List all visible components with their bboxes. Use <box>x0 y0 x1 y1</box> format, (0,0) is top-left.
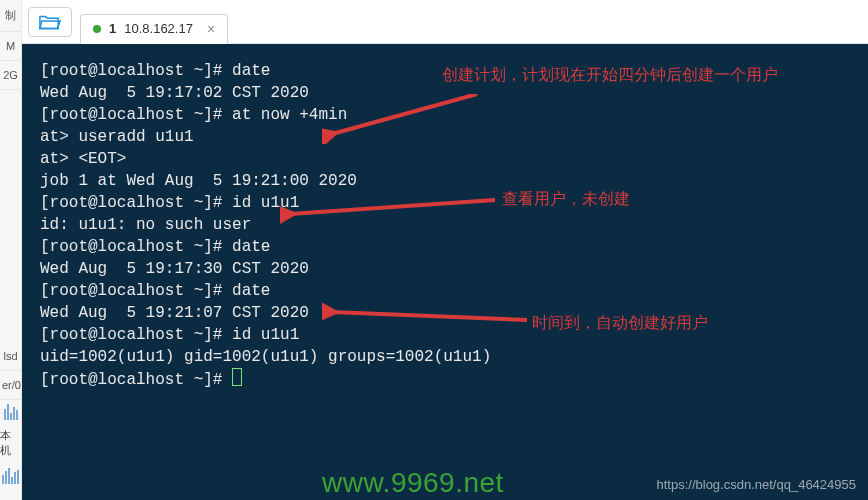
terminal-line: at> useradd u1u1 <box>40 126 858 148</box>
sidebar-item: 本机 <box>0 422 21 464</box>
annotation-text: 创建计划，计划现在开始四分钟后创建一个用户 <box>442 64 778 86</box>
terminal-line: Wed Aug 5 19:17:30 CST 2020 <box>40 258 858 280</box>
tab-bar: 1 10.8.162.17 × <box>22 0 868 44</box>
session-tab[interactable]: 1 10.8.162.17 × <box>80 14 228 44</box>
close-tab-button[interactable]: × <box>207 21 215 37</box>
terminal-line: uid=1002(u1u1) gid=1002(u1u1) groups=100… <box>40 346 858 368</box>
sidebar-item: 2G <box>0 61 21 90</box>
tab-index: 1 <box>109 21 116 36</box>
sidebar-item: lsd <box>0 342 21 371</box>
activity-bars-icon <box>1 464 20 486</box>
activity-bars-icon <box>3 400 19 422</box>
tab-title: 10.8.162.17 <box>124 21 193 36</box>
terminal-line: [root@localhost ~]# date <box>40 236 858 258</box>
terminal-line: at> <EOT> <box>40 148 858 170</box>
terminal-line: job 1 at Wed Aug 5 19:21:00 2020 <box>40 170 858 192</box>
folder-open-icon <box>39 13 61 31</box>
sidebar-item: 制 <box>0 0 21 32</box>
terminal-line: Wed Aug 5 19:21:07 CST 2020 <box>40 302 858 324</box>
source-url: https://blog.csdn.net/qq_46424955 <box>657 474 857 496</box>
terminal-line: id: u1u1: no such user <box>40 214 858 236</box>
terminal-line: [root@localhost ~]# date <box>40 280 858 302</box>
status-dot-icon <box>93 25 101 33</box>
terminal-prompt-line: [root@localhost ~]# <box>40 368 858 391</box>
sidebar-item: er/0 <box>0 371 21 400</box>
watermark: www.9969.net <box>322 472 504 494</box>
open-folder-button[interactable] <box>28 7 72 37</box>
left-sidebar: 制 M 2G lsd er/0 本机 <box>0 0 22 500</box>
terminal-line: [root@localhost ~]# id u1u1 <box>40 324 858 346</box>
annotation-text: 查看用户，未创建 <box>502 188 630 210</box>
annotation-text: 时间到，自动创建好用户 <box>532 312 708 334</box>
app-window: 制 M 2G lsd er/0 本机 1 10.8.162.17 <box>0 0 868 500</box>
sidebar-item: M <box>0 32 21 61</box>
terminal-line: [root@localhost ~]# at now +4min <box>40 104 858 126</box>
main-area: 1 10.8.162.17 × [root@localhost ~]# date… <box>22 0 868 500</box>
cursor-icon <box>232 368 242 386</box>
terminal[interactable]: [root@localhost ~]# date Wed Aug 5 19:17… <box>22 44 868 500</box>
terminal-line: [root@localhost ~]# id u1u1 <box>40 192 858 214</box>
